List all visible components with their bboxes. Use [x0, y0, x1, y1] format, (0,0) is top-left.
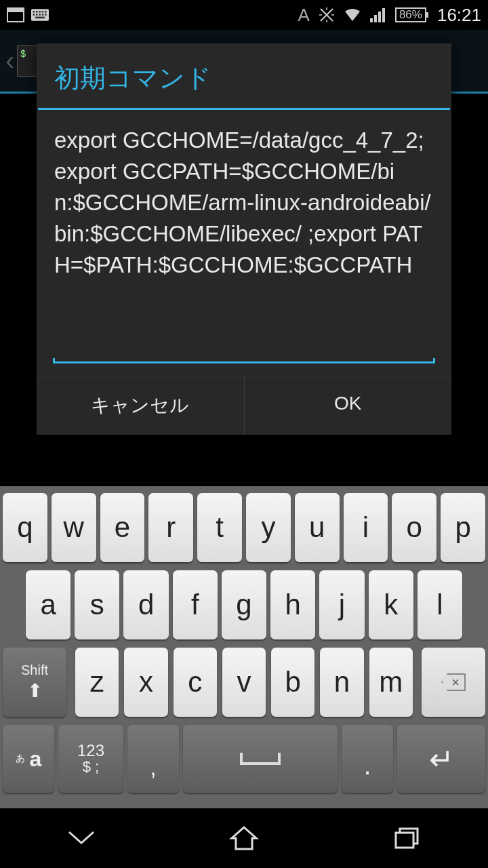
input-underline: [53, 358, 435, 363]
key-i[interactable]: i: [344, 493, 388, 562]
svg-rect-10: [39, 14, 41, 16]
svg-rect-12: [45, 14, 47, 16]
svg-rect-11: [42, 14, 44, 16]
key-e[interactable]: e: [100, 493, 145, 562]
key-c[interactable]: c: [174, 648, 217, 717]
key-comma[interactable]: ,: [127, 725, 179, 793]
key-d[interactable]: d: [123, 570, 168, 639]
svg-rect-1: [7, 8, 24, 12]
network-type-label: A: [298, 5, 310, 26]
key-x[interactable]: x: [124, 648, 167, 717]
battery-icon: 86%: [395, 7, 426, 22]
key-z[interactable]: z: [75, 648, 119, 717]
key-r[interactable]: r: [148, 493, 193, 562]
key-backspace[interactable]: [422, 648, 485, 717]
svg-rect-19: [396, 833, 413, 848]
key-m[interactable]: m: [369, 648, 413, 717]
svg-rect-13: [35, 17, 45, 19]
key-input-mode[interactable]: あ a: [3, 725, 54, 793]
keyboard-notification-icon: [31, 6, 49, 24]
svg-rect-6: [42, 11, 44, 13]
svg-rect-14: [370, 18, 373, 22]
key-f[interactable]: f: [173, 570, 218, 639]
shift-arrow-icon: ⬆: [27, 679, 43, 702]
svg-rect-3: [33, 11, 35, 13]
enter-icon: ↵: [429, 742, 454, 776]
key-w[interactable]: w: [52, 493, 96, 562]
svg-rect-8: [33, 14, 35, 16]
key-b[interactable]: b: [271, 648, 314, 717]
key-h[interactable]: h: [270, 570, 315, 639]
svg-rect-7: [45, 11, 47, 13]
key-y[interactable]: y: [246, 493, 291, 562]
key-shift[interactable]: Shift ⬆: [3, 648, 66, 717]
key-enter[interactable]: ↵: [397, 725, 485, 793]
key-space[interactable]: [183, 725, 338, 793]
signal-icon: [369, 6, 387, 24]
terminal-notification-icon: [7, 6, 24, 24]
status-bar: A 86% 16:21: [0, 0, 488, 30]
key-o[interactable]: o: [392, 493, 436, 562]
nav-recent-button[interactable]: [366, 818, 447, 859]
dialog-title: 初期コマンド: [37, 43, 451, 108]
backspace-icon: [441, 673, 466, 691]
key-t[interactable]: t: [197, 493, 242, 562]
key-n[interactable]: n: [320, 648, 363, 717]
key-j[interactable]: j: [319, 570, 364, 639]
soft-keyboard: q w e r t y u i o p a s d f g h j k l Sh…: [0, 486, 488, 808]
svg-rect-17: [382, 8, 385, 22]
key-q[interactable]: q: [3, 493, 47, 562]
svg-rect-5: [39, 11, 41, 13]
wifi-icon: [344, 6, 361, 24]
key-s[interactable]: s: [75, 570, 119, 639]
ok-button[interactable]: OK: [245, 376, 452, 435]
nav-home-button[interactable]: [203, 818, 285, 859]
svg-rect-15: [374, 15, 377, 22]
cancel-button[interactable]: キャンセル: [37, 376, 245, 435]
nav-back-button[interactable]: [41, 818, 122, 859]
key-u[interactable]: u: [295, 493, 340, 562]
key-k[interactable]: k: [369, 570, 413, 639]
command-input[interactable]: [54, 125, 434, 349]
svg-rect-4: [36, 11, 38, 13]
svg-rect-16: [378, 12, 381, 22]
space-icon: [240, 753, 281, 765]
status-clock: 16:21: [437, 5, 481, 26]
navigation-bar: [0, 808, 488, 868]
initial-command-dialog: 初期コマンド キャンセル OK: [37, 43, 451, 435]
key-symbols[interactable]: 123 $ ;: [58, 725, 123, 793]
key-g[interactable]: g: [222, 570, 266, 639]
key-p[interactable]: p: [441, 493, 485, 562]
key-a[interactable]: a: [26, 570, 70, 639]
key-period[interactable]: .: [342, 725, 393, 793]
key-l[interactable]: l: [418, 570, 462, 639]
svg-rect-9: [36, 14, 38, 16]
key-v[interactable]: v: [222, 648, 266, 717]
vibrate-icon: [318, 6, 336, 24]
